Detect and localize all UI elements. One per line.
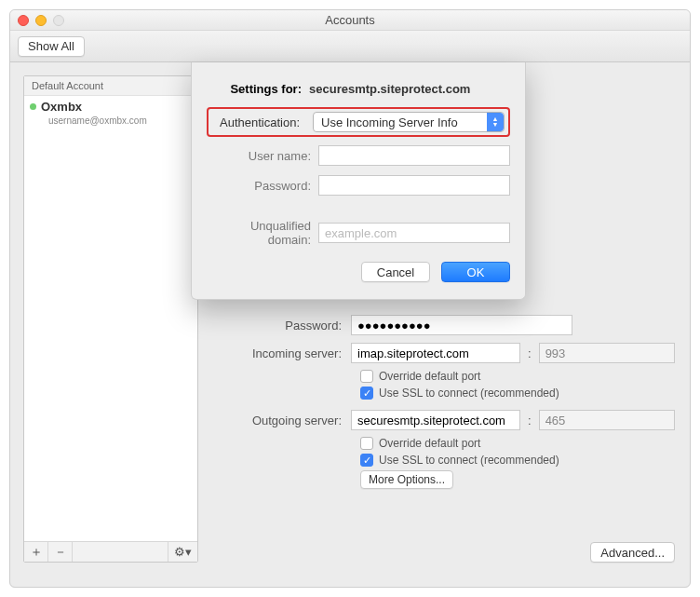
account-item[interactable]: Oxmbx (24, 96, 197, 115)
advanced-button[interactable]: Advanced... (590, 542, 675, 563)
smtp-password-field[interactable] (318, 175, 510, 196)
incoming-override-port-label: Override default port (379, 370, 480, 383)
add-account-button[interactable]: ＋ (24, 542, 48, 562)
account-actions-menu[interactable]: ⚙︎▾ (168, 542, 197, 562)
outgoing-ssl-checkbox[interactable]: ✓ (360, 454, 373, 467)
minimize-icon[interactable] (35, 15, 47, 26)
accounts-window: Accounts Show All Default Account Oxmbx … (9, 9, 691, 588)
more-options-button[interactable]: More Options... (360, 470, 453, 489)
authentication-highlight: Authentication: Use Incoming Server Info… (207, 107, 510, 137)
traffic-lights (18, 15, 64, 26)
smtp-settings-sheet: Settings for: securesmtp.siteprotect.com… (191, 62, 526, 300)
outgoing-ssl-label: Use SSL to connect (recommended) (379, 454, 559, 467)
account-email: username@oxmbx.com (24, 115, 197, 126)
account-name: Oxmbx (41, 100, 82, 114)
incoming-ssl-checkbox[interactable]: ✓ (360, 387, 373, 400)
outgoing-override-port-checkbox[interactable] (360, 437, 373, 450)
remove-account-button[interactable]: － (48, 542, 73, 562)
outgoing-override-port-label: Override default port (379, 437, 480, 450)
port-separator: : (520, 346, 539, 360)
sidebar-header: Default Account (24, 76, 197, 96)
cancel-button[interactable]: Cancel (361, 262, 430, 282)
settings-for-label: Settings for: (207, 82, 309, 96)
smtp-username-field[interactable] (318, 145, 510, 166)
port-separator: : (520, 414, 539, 427)
titlebar: Accounts (10, 10, 690, 31)
incoming-server-label: Incoming server: (211, 346, 351, 360)
password-field[interactable] (351, 315, 572, 335)
password-label: Password: (211, 319, 351, 332)
outgoing-server-label: Outgoing server: (211, 414, 351, 427)
sidebar-footbar: ＋ － ⚙︎▾ (24, 541, 197, 562)
authentication-select[interactable]: Use Incoming Server Info ▲▼ (313, 112, 505, 132)
chevron-updown-icon: ▲▼ (487, 113, 504, 131)
incoming-server-field[interactable] (351, 343, 520, 363)
incoming-ssl-label: Use SSL to connect (recommended) (379, 387, 559, 400)
authentication-value: Use Incoming Server Info (321, 115, 458, 129)
accounts-sidebar: Default Account Oxmbx username@oxmbx.com… (23, 75, 198, 563)
smtp-username-label: User name: (207, 149, 318, 163)
settings-for-value: securesmtp.siteprotect.com (309, 82, 470, 96)
incoming-override-port-checkbox[interactable] (360, 370, 373, 383)
outgoing-port-field[interactable] (539, 410, 675, 430)
unqualified-domain-label: Unqualified domain: (207, 219, 318, 247)
incoming-port-field[interactable] (539, 343, 675, 363)
authentication-label: Authentication: (212, 115, 307, 129)
close-icon[interactable] (18, 15, 29, 26)
smtp-password-label: Password: (207, 179, 318, 193)
window-title: Accounts (325, 13, 374, 27)
unqualified-domain-field[interactable] (318, 223, 510, 243)
toolbar: Show All (10, 31, 690, 62)
zoom-icon (53, 15, 64, 26)
show-all-button[interactable]: Show All (18, 36, 85, 57)
outgoing-server-field[interactable] (351, 410, 520, 430)
ok-button[interactable]: OK (441, 262, 510, 282)
status-dot-icon (30, 103, 36, 110)
